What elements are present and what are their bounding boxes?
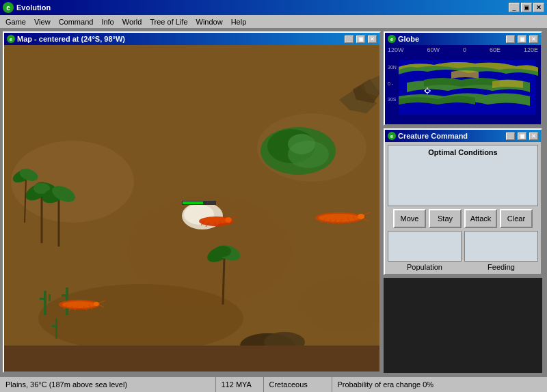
status-mya: 112 MYA	[216, 377, 264, 392]
probability-text: Probability of era change 0%	[338, 380, 434, 389]
map-panel: e Map - centered at (24°S, 98°W) _ ▣ ✕	[3, 31, 381, 373]
clear-button[interactable]: Clear	[500, 209, 533, 228]
map-window-icon: e	[7, 35, 15, 43]
globe-svg: 30N 0 - 30S	[386, 53, 538, 122]
map-title: Map - centered at (24°S, 98°W)	[17, 35, 342, 43]
feeding-label: Feeding	[464, 263, 538, 271]
creature-command-window: e Creature Command _ ▣ ✕ Optimal Conditi…	[384, 128, 542, 275]
svg-text:0 -: 0 -	[388, 81, 394, 86]
svg-rect-28	[49, 294, 51, 301]
svg-point-2	[11, 141, 134, 223]
minimize-button[interactable]: _	[509, 3, 520, 12]
menu-tree-of-life[interactable]: Tree of Life	[146, 16, 191, 27]
svg-point-36	[288, 134, 315, 154]
svg-point-49	[62, 301, 96, 308]
map-canvas[interactable]	[4, 45, 379, 372]
map-title-bar: e Map - centered at (24°S, 98°W) _ ▣ ✕	[4, 33, 379, 45]
svg-text:30S: 30S	[388, 97, 397, 102]
era-text: Cretaceous	[269, 380, 308, 389]
menu-command[interactable]: Command	[55, 16, 98, 27]
creature-maximize[interactable]: ▣	[518, 132, 526, 140]
map-minimize[interactable]: _	[345, 36, 353, 43]
creature-window-icon: e	[388, 132, 396, 140]
svg-text:30N: 30N	[388, 65, 397, 70]
attack-button[interactable]: Attack	[464, 209, 497, 228]
creature-minimize[interactable]: _	[506, 132, 515, 140]
svg-point-25	[215, 246, 231, 257]
dark-area	[384, 278, 542, 373]
menu-window[interactable]: Window	[192, 16, 227, 27]
stay-button[interactable]: Stay	[429, 209, 462, 228]
terrain-text: Plains, 36°C (187m above sea level)	[5, 380, 127, 389]
globe-window-icon: e	[388, 35, 396, 43]
title-bar: e Evolution _ ▣ ✕	[0, 0, 547, 15]
menu-info[interactable]: Info	[97, 16, 118, 27]
globe-label-60w: 60W	[427, 46, 440, 53]
globe-content: 120W 60W 0 60E 120E 30N 0 - 30S	[385, 45, 541, 124]
svg-point-47	[358, 214, 364, 219]
globe-label-120w: 120W	[388, 46, 404, 53]
creature-title-bar: e Creature Command _ ▣ ✕	[385, 130, 541, 142]
globe-close[interactable]: ✕	[529, 36, 538, 43]
svg-rect-61	[183, 201, 203, 204]
svg-rect-26	[44, 291, 46, 315]
status-bar: Plains, 36°C (187m above sea level) 112 …	[0, 376, 547, 392]
creature-title: Creature Command	[398, 132, 503, 140]
globe-maximize[interactable]: ▣	[518, 36, 526, 43]
globe-title-bar: e Globe _ ▣ ✕	[385, 33, 541, 45]
globe-label-60e: 60E	[490, 46, 501, 53]
svg-rect-31	[55, 318, 57, 339]
globe-window: e Globe _ ▣ ✕ 120W 60W 0 60E 120E	[384, 31, 542, 126]
close-button[interactable]: ✕	[533, 3, 544, 12]
population-label: Population	[388, 263, 462, 271]
status-era: Cretaceous	[264, 377, 332, 392]
creature-close[interactable]: ✕	[529, 132, 538, 140]
right-panel: e Globe _ ▣ ✕ 120W 60W 0 60E 120E	[384, 31, 542, 373]
globe-label-0: 0	[463, 46, 466, 53]
svg-rect-27	[40, 298, 46, 300]
map-maximize[interactable]: ▣	[356, 36, 365, 43]
map-close[interactable]: ✕	[368, 36, 377, 43]
app-title: Evolution	[16, 3, 506, 12]
main-content: e Map - centered at (24°S, 98°W) _ ▣ ✕	[0, 29, 547, 376]
mya-text: 112 MYA	[222, 380, 252, 389]
optimal-title: Optimal Conditions	[428, 148, 497, 156]
menu-view[interactable]: View	[30, 16, 55, 27]
globe-title: Globe	[398, 35, 503, 43]
move-button[interactable]: Move	[393, 209, 426, 228]
action-buttons: Move Stay Attack Clear	[388, 209, 538, 228]
menu-world[interactable]: World	[118, 16, 146, 27]
svg-point-68	[225, 217, 232, 223]
svg-line-22	[223, 257, 224, 305]
globe-minimize[interactable]: _	[506, 36, 515, 43]
svg-rect-30	[62, 294, 68, 296]
map-window: e Map - centered at (24°S, 98°W) _ ▣ ✕	[3, 31, 381, 373]
svg-rect-32	[52, 325, 57, 327]
menu-bar: Game View Command Info World Tree of Lif…	[0, 15, 547, 29]
globe-label-120e: 120E	[524, 46, 538, 53]
creature-content: Optimal Conditions Move Stay Attack Clea…	[385, 142, 541, 274]
status-probability: Probability of era change 0%	[332, 377, 548, 392]
maximize-button[interactable]: ▣	[521, 3, 532, 12]
svg-point-55	[94, 302, 99, 306]
status-terrain: Plains, 36°C (187m above sea level)	[0, 377, 216, 392]
menu-game[interactable]: Game	[1, 16, 30, 27]
menu-help[interactable]: Help	[227, 16, 251, 27]
optimal-panel: Optimal Conditions	[388, 145, 538, 206]
app-icon: e	[3, 2, 14, 13]
